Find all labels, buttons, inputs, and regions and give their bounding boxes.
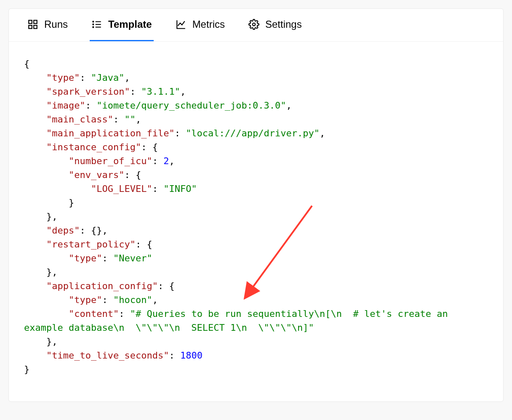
svg-point-8 <box>93 24 93 25</box>
svg-point-9 <box>93 27 93 27</box>
chart-icon <box>176 19 187 30</box>
svg-point-7 <box>93 21 93 22</box>
svg-rect-0 <box>29 20 32 24</box>
svg-point-10 <box>253 23 256 26</box>
grid-icon <box>27 19 38 30</box>
json-code-block: { "type": "Java", "spark_version": "3.1.… <box>24 57 488 376</box>
tab-settings[interactable]: Settings <box>247 9 304 41</box>
svg-rect-3 <box>34 25 37 29</box>
tab-label: Metrics <box>192 19 225 30</box>
gear-icon <box>248 19 259 30</box>
svg-rect-2 <box>29 25 32 29</box>
tab-label: Template <box>108 19 152 30</box>
list-icon <box>91 19 102 30</box>
tab-runs[interactable]: Runs <box>26 9 69 41</box>
panel: Runs Template Metrics <box>8 8 504 402</box>
tab-metrics[interactable]: Metrics <box>174 9 227 41</box>
tab-label: Settings <box>265 19 302 30</box>
tab-label: Runs <box>44 19 68 30</box>
svg-rect-1 <box>34 20 37 24</box>
tab-template[interactable]: Template <box>90 9 154 41</box>
tab-bar: Runs Template Metrics <box>9 9 503 42</box>
code-area: { "type": "Java", "spark_version": "3.1.… <box>9 42 503 401</box>
